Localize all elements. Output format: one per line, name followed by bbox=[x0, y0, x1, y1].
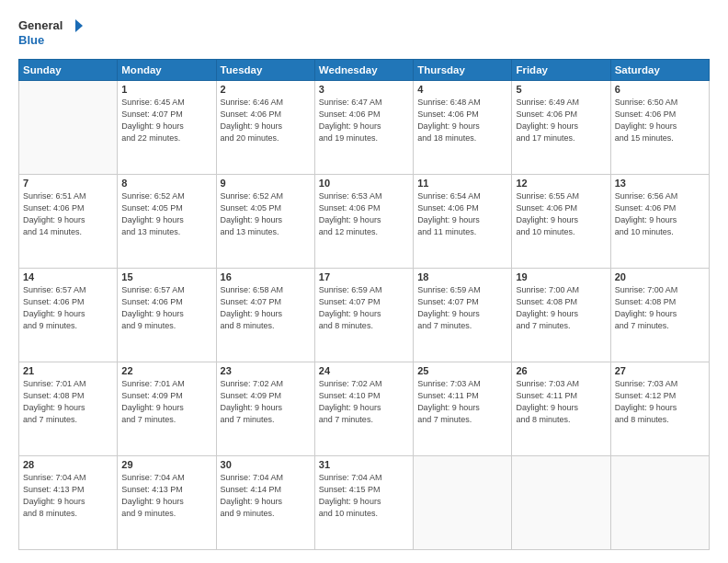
day-cell: 13Sunrise: 6:56 AM Sunset: 4:06 PM Dayli… bbox=[610, 175, 709, 269]
day-number: 15 bbox=[121, 271, 211, 282]
week-row-4: 21Sunrise: 7:01 AM Sunset: 4:08 PM Dayli… bbox=[19, 362, 710, 456]
day-info: Sunrise: 6:54 AM Sunset: 4:06 PM Dayligh… bbox=[417, 190, 507, 238]
day-number: 21 bbox=[23, 365, 113, 376]
svg-text:Blue: Blue bbox=[18, 33, 44, 47]
day-cell: 15Sunrise: 6:57 AM Sunset: 4:06 PM Dayli… bbox=[118, 269, 216, 362]
day-info: Sunrise: 6:59 AM Sunset: 4:07 PM Dayligh… bbox=[417, 284, 507, 332]
day-info: Sunrise: 6:49 AM Sunset: 4:06 PM Dayligh… bbox=[516, 97, 606, 144]
week-row-5: 28Sunrise: 7:04 AM Sunset: 4:13 PM Dayli… bbox=[19, 456, 710, 550]
day-info: Sunrise: 6:47 AM Sunset: 4:06 PM Dayligh… bbox=[319, 97, 409, 144]
day-info: Sunrise: 7:01 AM Sunset: 4:09 PM Dayligh… bbox=[121, 378, 211, 426]
day-number: 19 bbox=[516, 271, 606, 282]
day-cell bbox=[414, 456, 512, 550]
day-cell: 28Sunrise: 7:04 AM Sunset: 4:13 PM Dayli… bbox=[19, 456, 118, 550]
day-number: 7 bbox=[23, 178, 113, 189]
day-info: Sunrise: 7:01 AM Sunset: 4:08 PM Dayligh… bbox=[23, 378, 113, 426]
day-info: Sunrise: 6:53 AM Sunset: 4:06 PM Dayligh… bbox=[319, 190, 409, 238]
day-cell: 25Sunrise: 7:03 AM Sunset: 4:11 PM Dayli… bbox=[414, 362, 512, 456]
day-info: Sunrise: 6:52 AM Sunset: 4:05 PM Dayligh… bbox=[221, 190, 311, 238]
day-cell: 23Sunrise: 7:02 AM Sunset: 4:09 PM Dayli… bbox=[216, 362, 314, 456]
day-cell: 3Sunrise: 6:47 AM Sunset: 4:06 PM Daylig… bbox=[314, 81, 413, 175]
day-cell: 16Sunrise: 6:58 AM Sunset: 4:07 PM Dayli… bbox=[216, 269, 314, 362]
day-number: 3 bbox=[319, 84, 409, 95]
day-info: Sunrise: 7:00 AM Sunset: 4:08 PM Dayligh… bbox=[516, 284, 606, 332]
col-header-saturday: Saturday bbox=[610, 60, 709, 81]
day-number: 1 bbox=[121, 84, 211, 95]
day-info: Sunrise: 6:45 AM Sunset: 4:07 PM Dayligh… bbox=[121, 97, 211, 144]
week-row-2: 7Sunrise: 6:51 AM Sunset: 4:06 PM Daylig… bbox=[19, 175, 710, 269]
day-cell: 20Sunrise: 7:00 AM Sunset: 4:08 PM Dayli… bbox=[610, 269, 709, 362]
day-cell: 17Sunrise: 6:59 AM Sunset: 4:07 PM Dayli… bbox=[314, 269, 413, 362]
day-number: 5 bbox=[516, 84, 606, 95]
day-number: 6 bbox=[615, 84, 705, 95]
day-cell: 27Sunrise: 7:03 AM Sunset: 4:12 PM Dayli… bbox=[610, 362, 709, 456]
day-info: Sunrise: 7:02 AM Sunset: 4:10 PM Dayligh… bbox=[319, 378, 409, 426]
day-number: 18 bbox=[417, 271, 507, 282]
week-row-3: 14Sunrise: 6:57 AM Sunset: 4:06 PM Dayli… bbox=[19, 269, 710, 362]
day-cell: 31Sunrise: 7:04 AM Sunset: 4:15 PM Dayli… bbox=[314, 456, 413, 550]
day-cell: 22Sunrise: 7:01 AM Sunset: 4:09 PM Dayli… bbox=[118, 362, 216, 456]
day-info: Sunrise: 7:04 AM Sunset: 4:13 PM Dayligh… bbox=[23, 472, 113, 520]
day-cell: 6Sunrise: 6:50 AM Sunset: 4:06 PM Daylig… bbox=[610, 81, 709, 175]
day-info: Sunrise: 7:03 AM Sunset: 4:11 PM Dayligh… bbox=[516, 378, 606, 426]
col-header-wednesday: Wednesday bbox=[314, 60, 413, 81]
day-cell: 4Sunrise: 6:48 AM Sunset: 4:06 PM Daylig… bbox=[414, 81, 512, 175]
day-cell bbox=[19, 81, 118, 175]
day-cell: 2Sunrise: 6:46 AM Sunset: 4:06 PM Daylig… bbox=[216, 81, 314, 175]
day-cell: 18Sunrise: 6:59 AM Sunset: 4:07 PM Dayli… bbox=[414, 269, 512, 362]
day-cell: 1Sunrise: 6:45 AM Sunset: 4:07 PM Daylig… bbox=[118, 81, 216, 175]
day-info: Sunrise: 6:52 AM Sunset: 4:05 PM Dayligh… bbox=[121, 190, 211, 238]
day-cell: 7Sunrise: 6:51 AM Sunset: 4:06 PM Daylig… bbox=[19, 175, 118, 269]
col-header-tuesday: Tuesday bbox=[216, 60, 314, 81]
day-number: 10 bbox=[319, 178, 409, 189]
day-number: 16 bbox=[221, 271, 311, 282]
day-cell: 11Sunrise: 6:54 AM Sunset: 4:06 PM Dayli… bbox=[414, 175, 512, 269]
svg-marker-2 bbox=[75, 19, 83, 32]
day-number: 29 bbox=[121, 459, 211, 470]
day-info: Sunrise: 6:50 AM Sunset: 4:06 PM Dayligh… bbox=[615, 97, 705, 144]
day-number: 13 bbox=[615, 178, 705, 189]
day-cell: 9Sunrise: 6:52 AM Sunset: 4:05 PM Daylig… bbox=[216, 175, 314, 269]
col-header-friday: Friday bbox=[512, 60, 610, 81]
calendar-page: General Blue SundayMondayTuesdayWednesda… bbox=[0, 0, 728, 563]
day-cell: 19Sunrise: 7:00 AM Sunset: 4:08 PM Dayli… bbox=[512, 269, 610, 362]
day-info: Sunrise: 6:58 AM Sunset: 4:07 PM Dayligh… bbox=[221, 284, 311, 332]
day-number: 31 bbox=[319, 459, 409, 470]
day-number: 27 bbox=[615, 365, 705, 376]
col-header-sunday: Sunday bbox=[19, 60, 118, 81]
day-number: 23 bbox=[221, 365, 311, 376]
day-number: 28 bbox=[23, 459, 113, 470]
day-info: Sunrise: 6:51 AM Sunset: 4:06 PM Dayligh… bbox=[23, 190, 113, 238]
day-info: Sunrise: 7:04 AM Sunset: 4:15 PM Dayligh… bbox=[319, 472, 409, 520]
day-cell: 10Sunrise: 6:53 AM Sunset: 4:06 PM Dayli… bbox=[314, 175, 413, 269]
day-info: Sunrise: 7:04 AM Sunset: 4:13 PM Dayligh… bbox=[121, 472, 211, 520]
day-number: 30 bbox=[221, 459, 311, 470]
day-info: Sunrise: 6:56 AM Sunset: 4:06 PM Dayligh… bbox=[615, 190, 705, 238]
col-header-thursday: Thursday bbox=[414, 60, 512, 81]
day-info: Sunrise: 7:04 AM Sunset: 4:14 PM Dayligh… bbox=[221, 472, 311, 520]
day-cell: 8Sunrise: 6:52 AM Sunset: 4:05 PM Daylig… bbox=[118, 175, 216, 269]
day-cell bbox=[512, 456, 610, 550]
logo: General Blue bbox=[18, 17, 83, 50]
day-info: Sunrise: 6:55 AM Sunset: 4:06 PM Dayligh… bbox=[516, 190, 606, 238]
day-info: Sunrise: 6:59 AM Sunset: 4:07 PM Dayligh… bbox=[319, 284, 409, 332]
day-cell bbox=[610, 456, 709, 550]
day-info: Sunrise: 6:48 AM Sunset: 4:06 PM Dayligh… bbox=[417, 97, 507, 144]
day-number: 17 bbox=[319, 271, 409, 282]
week-row-1: 1Sunrise: 6:45 AM Sunset: 4:07 PM Daylig… bbox=[19, 81, 710, 175]
calendar-table: SundayMondayTuesdayWednesdayThursdayFrid… bbox=[18, 59, 710, 550]
day-number: 22 bbox=[121, 365, 211, 376]
day-number: 11 bbox=[417, 178, 507, 189]
day-number: 14 bbox=[23, 271, 113, 282]
logo-svg: General Blue bbox=[18, 17, 83, 50]
day-number: 8 bbox=[121, 178, 211, 189]
day-info: Sunrise: 6:57 AM Sunset: 4:06 PM Dayligh… bbox=[121, 284, 211, 332]
day-cell: 24Sunrise: 7:02 AM Sunset: 4:10 PM Dayli… bbox=[314, 362, 413, 456]
day-info: Sunrise: 7:00 AM Sunset: 4:08 PM Dayligh… bbox=[615, 284, 705, 332]
day-cell: 30Sunrise: 7:04 AM Sunset: 4:14 PM Dayli… bbox=[216, 456, 314, 550]
day-number: 24 bbox=[319, 365, 409, 376]
day-number: 25 bbox=[417, 365, 507, 376]
day-info: Sunrise: 7:03 AM Sunset: 4:12 PM Dayligh… bbox=[615, 378, 705, 426]
day-cell: 29Sunrise: 7:04 AM Sunset: 4:13 PM Dayli… bbox=[118, 456, 216, 550]
day-number: 20 bbox=[615, 271, 705, 282]
